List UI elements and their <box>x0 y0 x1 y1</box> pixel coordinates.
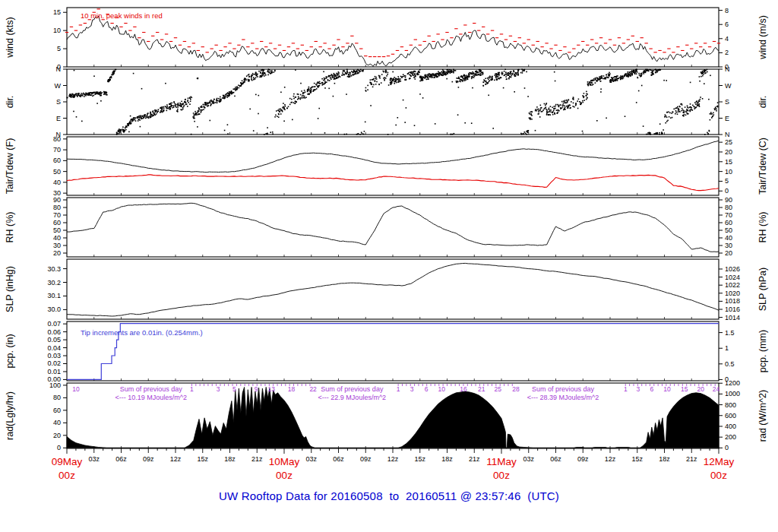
svg-text:N: N <box>56 65 62 73</box>
svg-text:1022: 1022 <box>725 281 740 289</box>
x-axis: 03z06z09z12z15z18z21z03z06z09z12z15z18z2… <box>52 448 735 481</box>
svg-text:12z: 12z <box>387 455 399 463</box>
svg-text:3: 3 <box>217 385 220 393</box>
tair-line <box>67 141 719 173</box>
panel-tair: 3040506070800510152025Tair/Tdew (F)Tair/… <box>5 135 768 197</box>
slp-series <box>67 263 719 316</box>
svg-text:24: 24 <box>713 385 720 393</box>
svg-text:15: 15 <box>681 385 688 393</box>
svg-text:21: 21 <box>478 385 485 393</box>
direction-series <box>67 68 719 135</box>
day-label: 11May <box>486 456 517 467</box>
svg-text:30.0: 30.0 <box>47 306 61 313</box>
svg-text:800: 800 <box>725 401 736 409</box>
svg-text:70: 70 <box>53 211 61 219</box>
panel-slp: 30.030.130.230.3101410161018102010221024… <box>5 259 768 321</box>
ylabel-left-dir: dir. <box>5 96 15 109</box>
svg-text:15z: 15z <box>414 455 425 463</box>
svg-text:E: E <box>56 115 61 122</box>
svg-text:40: 40 <box>53 419 61 426</box>
svg-text:00z: 00z <box>276 470 293 481</box>
svg-text:1.5: 1.5 <box>725 329 735 337</box>
svg-text:Sum of previous day: Sum of previous day <box>532 385 595 393</box>
svg-text:25: 25 <box>725 138 732 146</box>
svg-text:0.04: 0.04 <box>47 344 61 352</box>
svg-text:6: 6 <box>650 385 653 393</box>
ylabel-right-rad: rad (W/m^2) <box>757 390 768 442</box>
svg-text:20: 20 <box>53 432 61 439</box>
rh-series <box>67 203 719 252</box>
svg-text:21z: 21z <box>686 455 697 463</box>
svg-text:S: S <box>725 98 729 106</box>
svg-text:90: 90 <box>725 196 732 204</box>
svg-text:80: 80 <box>725 204 732 211</box>
svg-text:80: 80 <box>53 204 61 211</box>
svg-text:0.05: 0.05 <box>47 336 61 344</box>
svg-text:09z: 09z <box>577 455 589 463</box>
svg-text:30: 30 <box>725 242 732 249</box>
svg-text:03z: 03z <box>523 455 534 463</box>
svg-text:18z: 18z <box>224 455 236 463</box>
svg-text:0.5: 0.5 <box>725 360 735 368</box>
chart-title: UW Rooftop Data for 20160508 to 20160511… <box>0 489 778 502</box>
ylabel-left-wind: wind (kts) <box>5 17 15 58</box>
svg-text:90: 90 <box>53 196 61 204</box>
svg-text:80: 80 <box>53 394 61 401</box>
rad-series: 101359131822136101621252813610152024Sum … <box>67 384 719 448</box>
svg-text:100: 100 <box>49 382 61 389</box>
svg-text:60: 60 <box>53 157 61 164</box>
svg-text:03z: 03z <box>88 455 100 463</box>
svg-text:<--- 28.39 MJoules/m^2: <--- 28.39 MJoules/m^2 <box>527 394 599 401</box>
ylabel-left-rad: rad(Lgly/hr) <box>5 391 15 440</box>
svg-text:20: 20 <box>53 249 61 257</box>
ylabel-right-pcp: pcp. (mm) <box>757 330 768 372</box>
ylabel-left-tair: Tair/Tdew (F) <box>5 138 15 195</box>
svg-text:1200: 1200 <box>725 379 740 387</box>
svg-text:06z: 06z <box>115 455 127 463</box>
svg-text:10: 10 <box>663 385 671 393</box>
svg-text:1026: 1026 <box>725 265 740 273</box>
tdew-line <box>67 175 719 191</box>
svg-text:2: 2 <box>725 49 729 56</box>
svg-text:1014: 1014 <box>725 314 740 321</box>
svg-text:15z: 15z <box>631 455 643 463</box>
svg-text:5: 5 <box>232 385 236 393</box>
svg-text:4: 4 <box>725 35 729 43</box>
day-label: 10May <box>269 456 300 467</box>
ylabel-left-pcp: pcp. (in) <box>5 334 15 368</box>
svg-text:15z: 15z <box>197 455 208 463</box>
svg-text:9: 9 <box>255 385 258 393</box>
svg-text:6: 6 <box>725 21 729 28</box>
pcp-series: Tip increments are 0.01in. (0.254mm.) <box>67 324 719 380</box>
svg-text:1018: 1018 <box>725 297 740 305</box>
svg-text:8: 8 <box>725 7 729 14</box>
svg-text:0.03: 0.03 <box>47 352 61 359</box>
svg-text:15: 15 <box>725 158 732 166</box>
svg-text:28: 28 <box>512 385 520 393</box>
svg-text:<--- 10.19 MJoules/m^2: <--- 10.19 MJoules/m^2 <box>115 394 188 401</box>
svg-text:03z: 03z <box>305 455 317 463</box>
day-label: 12May <box>704 456 735 467</box>
svg-text:0.06: 0.06 <box>47 328 61 336</box>
wind-annotation: 10 min. peak winds in red <box>81 11 163 20</box>
svg-text:5: 5 <box>57 45 61 52</box>
svg-text:21z: 21z <box>469 455 480 463</box>
svg-text:E: E <box>725 115 729 122</box>
ylabel-left-rh: RH (%) <box>5 212 15 243</box>
svg-text:0.02: 0.02 <box>47 359 61 367</box>
svg-text:1: 1 <box>397 385 400 393</box>
svg-text:00z: 00z <box>493 470 510 481</box>
svg-text:1016: 1016 <box>725 306 740 313</box>
svg-text:1000: 1000 <box>725 390 740 397</box>
svg-text:30.2: 30.2 <box>47 279 61 287</box>
svg-text:20: 20 <box>725 249 732 257</box>
svg-text:<--- 22.9 MJoules/m^2: <--- 22.9 MJoules/m^2 <box>318 394 387 401</box>
svg-text:40: 40 <box>53 234 61 242</box>
svg-text:Sum of previous day: Sum of previous day <box>120 385 183 393</box>
svg-text:20: 20 <box>725 148 732 156</box>
ylabel-right-dir: dir. <box>757 96 768 109</box>
svg-text:1024: 1024 <box>725 274 740 281</box>
svg-text:60: 60 <box>725 219 732 226</box>
ylabel-left-slp: SLP (inHg) <box>5 266 15 312</box>
svg-text:10: 10 <box>53 27 61 34</box>
